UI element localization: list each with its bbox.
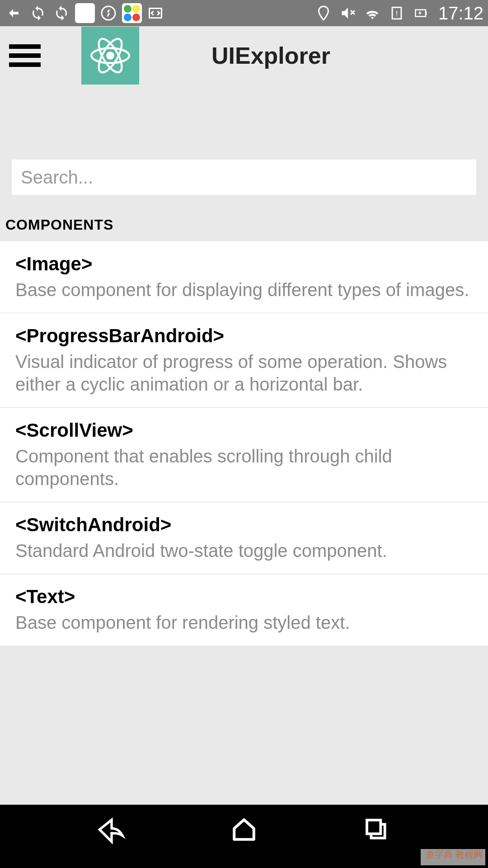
- list-item-title: <Image>: [15, 253, 473, 275]
- search-container: [0, 160, 488, 204]
- sync2-icon: [52, 3, 71, 23]
- svg-rect-5: [426, 11, 427, 15]
- list-item-title: <ProgressBarAndroid>: [15, 325, 473, 347]
- watermark-main: 查字典 教程网: [426, 849, 483, 859]
- list-item-desc: Base component for displaying different …: [15, 278, 473, 301]
- list-item-title: <ScrollView>: [15, 420, 473, 441]
- color-app-icon: [122, 3, 142, 23]
- wifi-icon: [362, 3, 382, 23]
- battery-icon: [411, 3, 431, 23]
- running-icon: [99, 3, 118, 23]
- list-item-desc: Component that enables scrolling through…: [15, 445, 473, 490]
- list-item-title: <SwitchAndroid>: [15, 514, 473, 536]
- list-item-title: <Text>: [15, 586, 473, 608]
- react-logo-icon: [81, 27, 139, 85]
- android-status-bar: ! 17:12: [0, 0, 488, 26]
- android-nav-bar: [0, 805, 488, 868]
- svg-rect-11: [367, 820, 380, 834]
- share-icon: [5, 3, 24, 23]
- svg-text:!: !: [396, 9, 398, 18]
- list-item-progressbar[interactable]: <ProgressBarAndroid> Visual indicator of…: [0, 313, 488, 408]
- sync1-icon: [28, 3, 48, 23]
- app-title: UIExplorer: [211, 42, 330, 69]
- volume-mute-icon: [338, 3, 358, 23]
- component-list[interactable]: <Image> Base component for displaying di…: [0, 241, 488, 646]
- sim-icon: !: [387, 3, 407, 23]
- location-icon: [314, 3, 333, 23]
- code-icon: [145, 3, 165, 23]
- status-clock: 17:12: [438, 3, 483, 24]
- list-item-text[interactable]: <Text> Base component for rendering styl…: [0, 574, 488, 646]
- section-header-components: COMPONENTS: [0, 204, 488, 241]
- list-item-desc: Standard Android two-state toggle compon…: [15, 539, 473, 562]
- header-spacer: [0, 85, 488, 160]
- list-item-image[interactable]: <Image> Base component for displaying di…: [0, 241, 488, 313]
- list-item-switchandroid[interactable]: <SwitchAndroid> Standard Android two-sta…: [0, 502, 488, 574]
- list-item-desc: Visual indicator of progress of some ope…: [15, 350, 473, 396]
- app-header: UIExplorer: [0, 26, 488, 85]
- back-button[interactable]: [94, 811, 130, 848]
- recent-apps-button[interactable]: [358, 811, 394, 848]
- menu-button[interactable]: [9, 44, 41, 67]
- watermark-sub: jiaocheng.chazidian.com: [423, 859, 483, 864]
- svg-point-6: [106, 52, 114, 60]
- app-icon-blank: [75, 3, 95, 23]
- watermark: 查字典 教程网 jiaocheng.chazidian.com: [421, 849, 485, 865]
- home-button[interactable]: [226, 811, 262, 848]
- list-item-desc: Base component for rendering styled text…: [15, 611, 473, 634]
- list-item-scrollview[interactable]: <ScrollView> Component that enables scro…: [0, 408, 488, 502]
- search-input[interactable]: [12, 160, 476, 195]
